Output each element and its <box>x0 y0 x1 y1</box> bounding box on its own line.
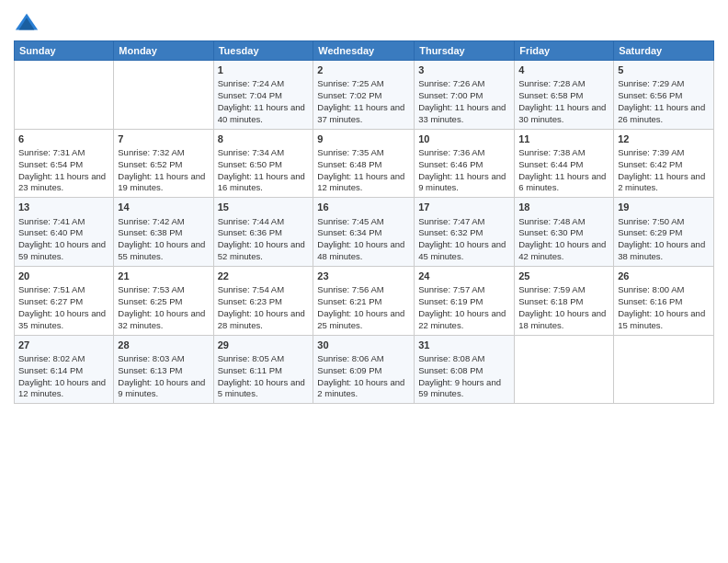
day-number: 12 <box>618 132 710 146</box>
day-number: 3 <box>418 63 510 77</box>
day-number: 22 <box>218 270 310 283</box>
day-number: 27 <box>18 339 109 352</box>
day-header-saturday: Saturday <box>614 41 714 61</box>
calendar-cell <box>15 61 114 130</box>
cell-content: Sunrise: 7:31 AM Sunset: 6:54 PM Dayligh… <box>18 147 109 194</box>
calendar-cell: 10Sunrise: 7:36 AM Sunset: 6:46 PM Dayli… <box>415 129 515 198</box>
day-header-thursday: Thursday <box>415 41 515 61</box>
cell-content: Sunrise: 8:06 AM Sunset: 6:09 PM Dayligh… <box>317 353 410 400</box>
cell-content: Sunrise: 8:00 AM Sunset: 6:16 PM Dayligh… <box>618 284 710 331</box>
cell-content: Sunrise: 7:36 AM Sunset: 6:46 PM Dayligh… <box>418 147 510 194</box>
cell-content: Sunrise: 7:56 AM Sunset: 6:21 PM Dayligh… <box>317 284 410 331</box>
day-number: 2 <box>317 63 410 77</box>
day-number: 26 <box>618 270 710 283</box>
day-number: 6 <box>18 132 109 146</box>
day-number: 8 <box>218 132 310 146</box>
day-number: 11 <box>518 132 609 146</box>
cell-content: Sunrise: 7:29 AM Sunset: 6:56 PM Dayligh… <box>618 78 710 125</box>
cell-content: Sunrise: 8:03 AM Sunset: 6:13 PM Dayligh… <box>118 353 209 400</box>
day-header-friday: Friday <box>515 41 614 61</box>
calendar-cell <box>614 335 714 404</box>
cell-content: Sunrise: 7:51 AM Sunset: 6:27 PM Dayligh… <box>18 284 109 331</box>
cell-content: Sunrise: 8:02 AM Sunset: 6:14 PM Dayligh… <box>18 353 109 400</box>
cell-content: Sunrise: 7:48 AM Sunset: 6:30 PM Dayligh… <box>518 216 609 263</box>
week-row-1: 1Sunrise: 7:24 AM Sunset: 7:04 PM Daylig… <box>15 61 714 130</box>
day-number: 24 <box>418 270 510 283</box>
calendar-cell: 17Sunrise: 7:47 AM Sunset: 6:32 PM Dayli… <box>415 198 515 267</box>
calendar-cell: 13Sunrise: 7:41 AM Sunset: 6:40 PM Dayli… <box>15 198 114 267</box>
cell-content: Sunrise: 7:50 AM Sunset: 6:29 PM Dayligh… <box>618 216 710 263</box>
day-number: 29 <box>218 339 310 352</box>
cell-content: Sunrise: 7:34 AM Sunset: 6:50 PM Dayligh… <box>218 147 310 194</box>
day-header-wednesday: Wednesday <box>313 41 415 61</box>
day-number: 19 <box>618 201 710 214</box>
day-number: 14 <box>118 201 209 214</box>
calendar-cell: 18Sunrise: 7:48 AM Sunset: 6:30 PM Dayli… <box>515 198 614 267</box>
calendar-cell: 21Sunrise: 7:53 AM Sunset: 6:25 PM Dayli… <box>114 266 213 335</box>
cell-content: Sunrise: 7:45 AM Sunset: 6:34 PM Dayligh… <box>317 216 410 263</box>
day-number: 20 <box>18 270 109 283</box>
week-row-2: 6Sunrise: 7:31 AM Sunset: 6:54 PM Daylig… <box>15 129 714 198</box>
calendar-cell: 5Sunrise: 7:29 AM Sunset: 6:56 PM Daylig… <box>614 61 714 130</box>
day-number: 21 <box>118 270 209 283</box>
calendar-cell: 20Sunrise: 7:51 AM Sunset: 6:27 PM Dayli… <box>15 266 114 335</box>
calendar-cell: 4Sunrise: 7:28 AM Sunset: 6:58 PM Daylig… <box>515 61 614 130</box>
calendar-cell: 11Sunrise: 7:38 AM Sunset: 6:44 PM Dayli… <box>515 129 614 198</box>
calendar-cell: 29Sunrise: 8:05 AM Sunset: 6:11 PM Dayli… <box>213 335 313 404</box>
day-number: 16 <box>317 201 410 214</box>
calendar-cell: 3Sunrise: 7:26 AM Sunset: 7:00 PM Daylig… <box>415 61 515 130</box>
day-number: 5 <box>618 63 710 77</box>
cell-content: Sunrise: 7:53 AM Sunset: 6:25 PM Dayligh… <box>118 284 209 331</box>
cell-content: Sunrise: 8:08 AM Sunset: 6:08 PM Dayligh… <box>418 353 510 400</box>
calendar-cell <box>114 61 213 130</box>
calendar-cell: 22Sunrise: 7:54 AM Sunset: 6:23 PM Dayli… <box>213 266 313 335</box>
calendar-cell: 14Sunrise: 7:42 AM Sunset: 6:38 PM Dayli… <box>114 198 213 267</box>
calendar-cell: 15Sunrise: 7:44 AM Sunset: 6:36 PM Dayli… <box>213 198 313 267</box>
calendar-cell: 23Sunrise: 7:56 AM Sunset: 6:21 PM Dayli… <box>313 266 415 335</box>
week-row-4: 20Sunrise: 7:51 AM Sunset: 6:27 PM Dayli… <box>15 266 714 335</box>
calendar-cell: 24Sunrise: 7:57 AM Sunset: 6:19 PM Dayli… <box>415 266 515 335</box>
cell-content: Sunrise: 7:28 AM Sunset: 6:58 PM Dayligh… <box>518 78 609 125</box>
cell-content: Sunrise: 7:26 AM Sunset: 7:00 PM Dayligh… <box>418 78 510 125</box>
calendar-header: SundayMondayTuesdayWednesdayThursdayFrid… <box>15 41 714 61</box>
cell-content: Sunrise: 7:39 AM Sunset: 6:42 PM Dayligh… <box>618 147 710 194</box>
calendar-cell: 28Sunrise: 8:03 AM Sunset: 6:13 PM Dayli… <box>114 335 213 404</box>
day-number: 10 <box>418 132 510 146</box>
calendar-cell: 26Sunrise: 8:00 AM Sunset: 6:16 PM Dayli… <box>614 266 714 335</box>
calendar-cell: 6Sunrise: 7:31 AM Sunset: 6:54 PM Daylig… <box>15 129 114 198</box>
header <box>14 9 714 35</box>
days-of-week-row: SundayMondayTuesdayWednesdayThursdayFrid… <box>15 41 714 61</box>
calendar-cell: 31Sunrise: 8:08 AM Sunset: 6:08 PM Dayli… <box>415 335 515 404</box>
day-number: 9 <box>317 132 410 146</box>
cell-content: Sunrise: 7:41 AM Sunset: 6:40 PM Dayligh… <box>18 216 109 263</box>
cell-content: Sunrise: 7:54 AM Sunset: 6:23 PM Dayligh… <box>218 284 310 331</box>
cell-content: Sunrise: 7:25 AM Sunset: 7:02 PM Dayligh… <box>317 78 410 125</box>
cell-content: Sunrise: 8:05 AM Sunset: 6:11 PM Dayligh… <box>218 353 310 400</box>
calendar-cell: 25Sunrise: 7:59 AM Sunset: 6:18 PM Dayli… <box>515 266 614 335</box>
day-number: 18 <box>518 201 609 214</box>
cell-content: Sunrise: 7:57 AM Sunset: 6:19 PM Dayligh… <box>418 284 510 331</box>
calendar-cell: 19Sunrise: 7:50 AM Sunset: 6:29 PM Dayli… <box>614 198 714 267</box>
calendar-cell: 27Sunrise: 8:02 AM Sunset: 6:14 PM Dayli… <box>15 335 114 404</box>
calendar-cell: 1Sunrise: 7:24 AM Sunset: 7:04 PM Daylig… <box>213 61 313 130</box>
day-number: 31 <box>418 339 510 352</box>
logo <box>14 9 43 35</box>
calendar-cell: 2Sunrise: 7:25 AM Sunset: 7:02 PM Daylig… <box>313 61 415 130</box>
day-header-tuesday: Tuesday <box>213 41 313 61</box>
day-number: 28 <box>118 339 209 352</box>
cell-content: Sunrise: 7:42 AM Sunset: 6:38 PM Dayligh… <box>118 216 209 263</box>
calendar-cell: 12Sunrise: 7:39 AM Sunset: 6:42 PM Dayli… <box>614 129 714 198</box>
calendar-cell: 8Sunrise: 7:34 AM Sunset: 6:50 PM Daylig… <box>213 129 313 198</box>
week-row-5: 27Sunrise: 8:02 AM Sunset: 6:14 PM Dayli… <box>15 335 714 404</box>
day-number: 4 <box>518 63 609 77</box>
day-header-sunday: Sunday <box>15 41 114 61</box>
calendar-table: SundayMondayTuesdayWednesdayThursdayFrid… <box>14 40 714 404</box>
day-number: 15 <box>218 201 310 214</box>
cell-content: Sunrise: 7:44 AM Sunset: 6:36 PM Dayligh… <box>218 216 310 263</box>
cell-content: Sunrise: 7:47 AM Sunset: 6:32 PM Dayligh… <box>418 216 510 263</box>
page: SundayMondayTuesdayWednesdayThursdayFrid… <box>0 0 728 563</box>
cell-content: Sunrise: 7:32 AM Sunset: 6:52 PM Dayligh… <box>118 147 209 194</box>
calendar-cell: 16Sunrise: 7:45 AM Sunset: 6:34 PM Dayli… <box>313 198 415 267</box>
calendar-cell: 7Sunrise: 7:32 AM Sunset: 6:52 PM Daylig… <box>114 129 213 198</box>
cell-content: Sunrise: 7:38 AM Sunset: 6:44 PM Dayligh… <box>518 147 609 194</box>
